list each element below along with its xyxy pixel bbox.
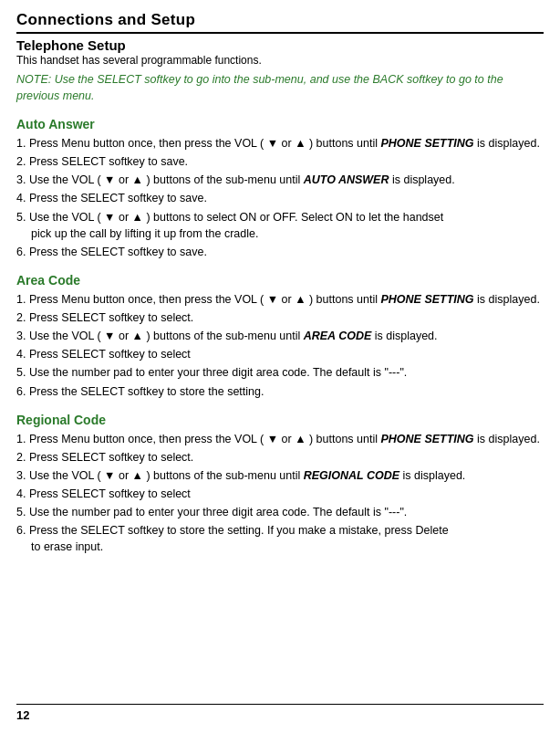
step-item: 2. Press SELECT softkey to save. [16, 153, 544, 170]
step-item: 1. Press Menu button once, then press th… [16, 135, 544, 152]
step-item: 6. Press the SELECT softkey to save. [16, 244, 544, 260]
page-footer: 12 [16, 704, 544, 722]
page-title: Connections and Setup [16, 11, 195, 28]
page-number: 12 [16, 708, 29, 722]
regional-code-section: Regional Code 1. Press Menu button once,… [16, 413, 544, 556]
telephone-setup-subtitle: This handset has several programmable fu… [16, 54, 544, 67]
step-item: 6. Press the SELECT softkey to store the… [16, 383, 544, 400]
note-block: NOTE: Use the SELECT softkey to go into … [16, 72, 544, 104]
regional-code-heading: Regional Code [16, 413, 544, 427]
telephone-setup-section: Telephone Setup This handset has several… [16, 37, 544, 104]
step-item: 1. Press Menu button once, then press th… [16, 291, 544, 308]
auto-answer-heading: Auto Answer [16, 117, 544, 131]
step-item: 4. Press SELECT softkey to select [16, 486, 544, 502]
step-item: 5. Use the VOL ( ▼ or ▲ ) buttons to sel… [16, 209, 544, 242]
step-item: 2. Press SELECT softkey to select. [16, 449, 544, 466]
auto-answer-section: Auto Answer 1. Press Menu button once, t… [16, 117, 544, 260]
telephone-setup-title: Telephone Setup [16, 37, 544, 53]
step-item: 3. Use the VOL ( ▼ or ▲ ) buttons of the… [16, 328, 544, 344]
step-item: 1. Press Menu button once, then press th… [16, 431, 544, 447]
step-item: 5. Use the number pad to enter your thre… [16, 364, 544, 381]
step-item: 5. Use the number pad to enter your thre… [16, 504, 544, 520]
step-item: 2. Press SELECT softkey to select. [16, 309, 544, 326]
page-container: Connections and Setup Telephone Setup Th… [0, 0, 560, 733]
step-item: 3. Use the VOL ( ▼ or ▲ ) buttons of the… [16, 467, 544, 484]
regional-code-steps: 1. Press Menu button once, then press th… [16, 431, 544, 556]
area-code-section: Area Code 1. Press Menu button once, the… [16, 273, 544, 400]
step-item: 3. Use the VOL ( ▼ or ▲ ) buttons of the… [16, 172, 544, 188]
step-item: 6. Press the SELECT softkey to store the… [16, 522, 544, 555]
step-item: 4. Press SELECT softkey to select [16, 346, 544, 362]
auto-answer-steps: 1. Press Menu button once, then press th… [16, 135, 544, 260]
area-code-steps: 1. Press Menu button once, then press th… [16, 291, 544, 400]
step-item: 4. Press the SELECT softkey to save. [16, 190, 544, 206]
area-code-heading: Area Code [16, 273, 544, 288]
page-header: Connections and Setup [16, 11, 544, 34]
